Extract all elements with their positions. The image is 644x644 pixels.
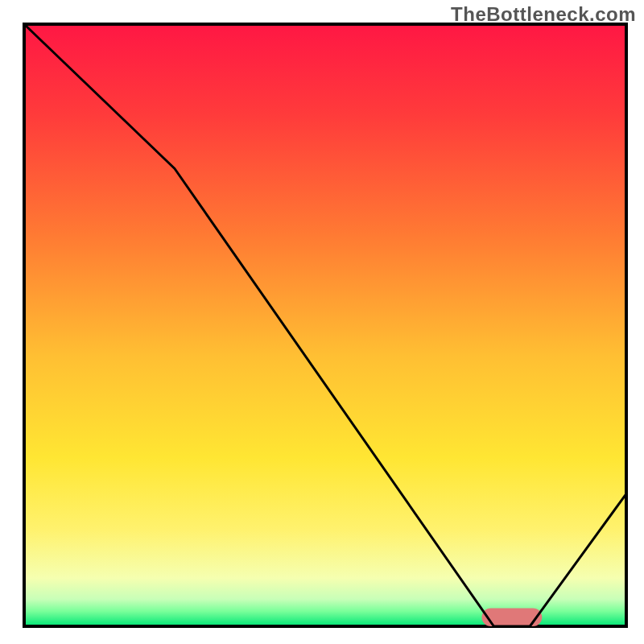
watermark-text: TheBottleneck.com — [451, 3, 636, 26]
bottleneck-chart: TheBottleneck.com — [0, 0, 644, 644]
plot-background — [24, 24, 626, 626]
chart-svg — [0, 0, 644, 644]
